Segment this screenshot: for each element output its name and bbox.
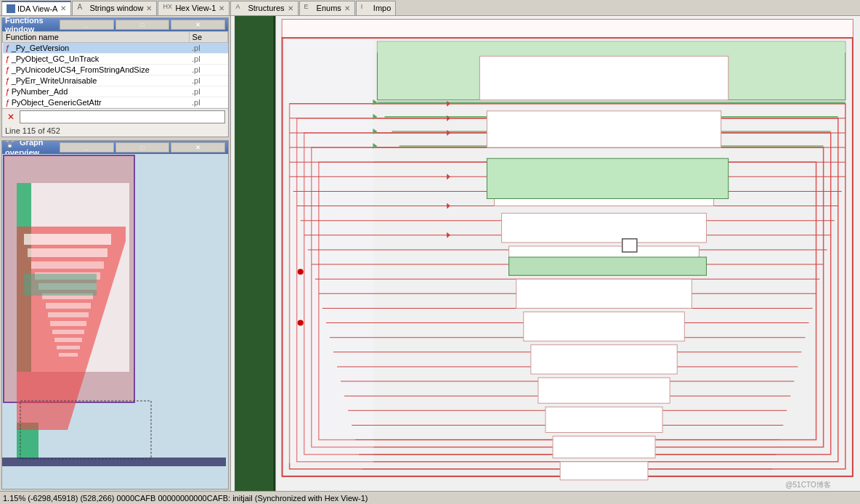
function-icon: ƒ [6, 44, 10, 52]
svg-rect-12 [24, 234, 111, 245]
import-icon: I [361, 3, 371, 13]
functions-table-header: Function name Se [3, 32, 228, 43]
tab-enums-close[interactable]: ✕ [344, 4, 350, 12]
svg-rect-23 [57, 346, 80, 349]
svg-rect-41 [286, 39, 374, 463]
function-row[interactable]: ƒ_PyUnicodeUCS4_FromStringAndSize.pl [3, 65, 228, 76]
svg-rect-14 [31, 261, 104, 269]
svg-rect-0 [6, 140, 9, 142]
svg-rect-80 [538, 378, 670, 403]
tab-enums[interactable]: E Enums ✕ [299, 1, 355, 15]
ida-view-content[interactable]: @51CTO博客 [231, 16, 860, 491]
svg-rect-29 [235, 16, 275, 491]
enums-icon: E [304, 3, 315, 13]
svg-rect-20 [50, 321, 86, 326]
function-name-cell: ƒ_Py_GetVersion [3, 43, 190, 54]
svg-rect-32 [282, 20, 852, 38]
tab-enums-label: Enums [317, 4, 341, 12]
svg-rect-2 [8, 145, 12, 147]
svg-point-98 [298, 320, 304, 326]
function-name-cell: ƒPyNumber_Add [3, 86, 190, 97]
svg-rect-21 [52, 330, 84, 334]
tab-ida-view-a-close[interactable]: ✕ [60, 4, 66, 12]
tab-hex-view-1[interactable]: HX Hex View-1 ✕ [158, 1, 230, 15]
function-row[interactable]: ƒPyObject_GenericGetAttr.pl [3, 97, 228, 108]
function-row[interactable]: ƒPyNumber_Add.pl [3, 86, 228, 97]
tab-structures-label: Structures [248, 4, 284, 12]
graph-win-btn-minimize[interactable]: _ [60, 142, 114, 153]
right-panel: @51CTO博客 [231, 16, 860, 491]
tab-ida-view-a-label: IDA View-A [17, 4, 57, 13]
function-ext-cell: .pl [189, 54, 227, 65]
functions-table: Function name Se ƒ_Py_GetVersion.plƒ_PyO… [2, 31, 228, 108]
search-icon[interactable]: ✕ [5, 111, 17, 123]
svg-rect-82 [553, 436, 655, 458]
tab-ida-view-a[interactable]: IDA View-A ✕ [1, 1, 71, 15]
svg-rect-78 [524, 312, 685, 341]
win-btn-close[interactable]: ✕ [171, 20, 225, 30]
strings-icon: A [77, 3, 87, 13]
svg-rect-19 [48, 312, 89, 317]
function-icon: ƒ [6, 65, 10, 74]
functions-table-body: ƒ_Py_GetVersion.plƒ_PyObject_GC_UnTrack.… [3, 43, 228, 108]
function-ext-cell: .pl [189, 86, 227, 97]
function-icon: ƒ [6, 87, 10, 96]
function-ext-cell: .pl [189, 43, 227, 54]
function-ext-cell: .pl [189, 65, 227, 76]
tab-structures-close[interactable]: ✕ [288, 4, 293, 12]
function-icon: ƒ [6, 54, 10, 63]
tab-hex-view-label: Hex View-1 [175, 4, 216, 12]
function-search-input[interactable] [20, 110, 225, 123]
tab-strings-close[interactable]: ✕ [146, 4, 152, 12]
svg-rect-85 [509, 257, 707, 275]
tab-impo-label: Impo [373, 4, 391, 12]
svg-point-97 [298, 269, 304, 275]
watermark: @51CTO博客 [785, 481, 830, 489]
col-function-name[interactable]: Function name [3, 32, 190, 43]
svg-rect-35 [377, 41, 845, 52]
svg-rect-77 [516, 279, 692, 308]
svg-rect-1 [11, 140, 15, 142]
tab-strings-window[interactable]: A Strings window ✕ [72, 1, 157, 15]
status-text: 1.15% (-6298,45918) (528,266) 0000CAFB 0… [3, 494, 368, 503]
function-icon: ƒ [6, 98, 10, 107]
function-icon: ƒ [6, 76, 10, 85]
svg-rect-22 [54, 338, 82, 342]
function-search-row: ✕ [2, 108, 228, 125]
svg-rect-81 [545, 407, 662, 432]
svg-rect-30 [273, 16, 275, 491]
functions-window: Functions window _ □ ✕ Function name Se … [1, 17, 229, 137]
col-segment[interactable]: Se [189, 32, 227, 43]
win-btn-minimize[interactable]: _ [60, 20, 114, 30]
left-panel: Functions window _ □ ✕ Function name Se … [0, 16, 231, 491]
win-btn-restore[interactable]: □ [115, 20, 170, 30]
function-row[interactable]: ƒ_PyErr_WriteUnraisable.pl [3, 76, 228, 86]
svg-rect-75 [502, 214, 707, 243]
main-layout: Functions window _ □ ✕ Function name Se … [0, 16, 860, 491]
svg-rect-24 [59, 353, 78, 357]
svg-rect-18 [46, 303, 91, 309]
functions-window-titlebar: Functions window _ □ ✕ [2, 18, 228, 31]
function-name-cell: ƒ_PyUnicodeUCS4_FromStringAndSize [3, 65, 190, 76]
function-ext-cell: .pl [189, 76, 227, 86]
hex-icon: HX [163, 3, 173, 13]
svg-rect-72 [479, 56, 728, 99]
tab-impo[interactable]: I Impo [356, 1, 396, 15]
tab-hex-view-close[interactable]: ✕ [219, 4, 224, 12]
graph-canvas[interactable] [2, 154, 228, 489]
svg-rect-13 [28, 248, 108, 257]
line-count: Line 115 of 452 [2, 125, 228, 137]
graph-win-btn-close[interactable]: ✕ [171, 142, 225, 153]
graph-overview-window: Graph overview _ □ ✕ [1, 140, 229, 489]
tab-structures[interactable]: A Structures ✕ [230, 1, 298, 15]
svg-rect-79 [531, 345, 677, 374]
svg-rect-84 [487, 158, 728, 198]
function-row[interactable]: ƒ_PyObject_GC_UnTrack.pl [3, 54, 228, 65]
function-row[interactable]: ƒ_Py_GetVersion.pl [3, 43, 228, 54]
svg-rect-83 [560, 462, 648, 480]
graph-win-btn-restore[interactable]: □ [115, 142, 170, 153]
struct-icon: A [235, 3, 246, 13]
ida-graph-svg: @51CTO博客 [231, 16, 860, 491]
status-bar: 1.15% (-6298,45918) (528,266) 0000CAFB 0… [0, 491, 860, 504]
function-name-cell: ƒPyObject_GenericGetAttr [3, 97, 190, 108]
